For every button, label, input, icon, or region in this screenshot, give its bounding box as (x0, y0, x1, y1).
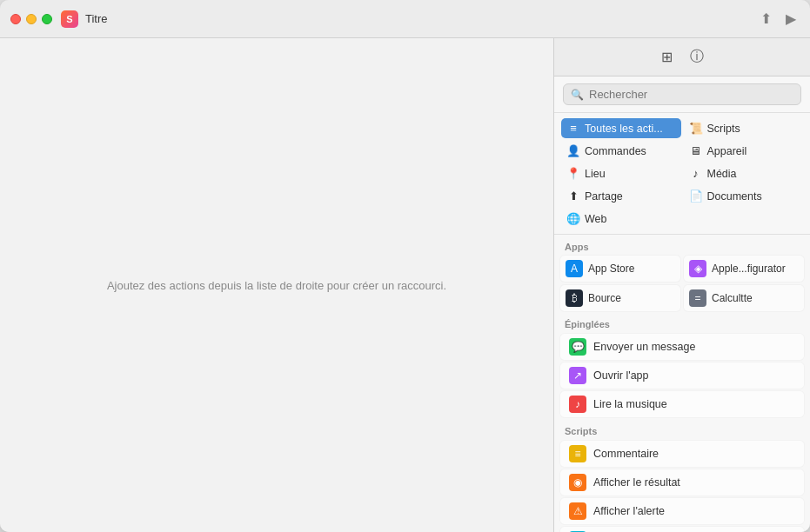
list-item[interactable]: = Calcultte (683, 284, 805, 312)
share-icon[interactable]: ⬆ (760, 10, 772, 27)
category-label: Web (585, 213, 606, 225)
list-item[interactable]: ♪ Lire la musique (559, 390, 805, 418)
commandes-icon: 👤 (566, 144, 580, 157)
main-window: S Titre ⬆ ▶ Ajoutez des actions depuis l… (0, 0, 810, 532)
category-label: Média (707, 168, 737, 180)
category-all[interactable]: ≡ Toutes les acti... (561, 118, 681, 138)
apple-configurator-icon: ◈ (689, 260, 706, 277)
item-label: Envoyer un message (593, 341, 695, 353)
main-content: Ajoutez des actions depuis la liste de d… (0, 38, 810, 532)
category-media[interactable]: ♪ Média (684, 163, 804, 183)
web-icon: 🌐 (566, 212, 580, 225)
commentaire-icon: ≡ (569, 445, 586, 462)
category-lieu[interactable]: 📍 Lieu (561, 163, 681, 183)
app-store-icon: A (566, 260, 583, 277)
left-panel: Ajoutez des actions depuis la liste de d… (0, 38, 553, 532)
list-item[interactable]: ↗ Ouvrir l'app (559, 362, 805, 389)
category-label: Toutes les acti... (585, 123, 663, 135)
item-label: Apple...figurator (712, 263, 786, 275)
placeholder-text: Ajoutez des actions depuis la liste de d… (107, 279, 446, 292)
documents-icon: 📄 (689, 190, 703, 203)
item-label: Commentaire (593, 448, 659, 460)
media-icon: ♪ (689, 167, 703, 180)
titlebar: S Titre ⬆ ▶ (0, 0, 810, 38)
category-label: Commandes (585, 145, 646, 157)
search-input[interactable] (589, 88, 793, 101)
music-icon: ♪ (569, 396, 586, 413)
list-item[interactable]: ? Demander une entrée (559, 526, 805, 532)
category-label: Documents (707, 190, 762, 203)
category-label: Lieu (585, 168, 606, 180)
item-label: App Store (588, 263, 634, 275)
category-partage[interactable]: ⬆ Partage (561, 186, 681, 206)
item-label: Bource (588, 292, 621, 304)
titlebar-actions: ⬆ ▶ (760, 10, 796, 27)
search-bar: 🔍 (563, 83, 801, 105)
scripts-icon: 📜 (689, 122, 703, 135)
list-item[interactable]: 💬 Envoyer un message (559, 333, 805, 361)
list-item[interactable]: ₿ Bource (559, 284, 681, 312)
window-title: Titre (85, 12, 108, 25)
lieu-icon: 📍 (566, 167, 580, 180)
afficher-alerte-icon: ⚠ (569, 502, 586, 520)
item-label: Ouvrir l'app (593, 369, 649, 382)
appareil-icon: 🖥 (689, 144, 703, 157)
item-label: Calcultte (712, 292, 753, 304)
list-item[interactable]: ◈ Apple...figurator (683, 255, 805, 283)
list-item[interactable]: ⚠ Afficher l'alerte (559, 497, 805, 525)
category-scripts[interactable]: 📜 Scripts (684, 118, 804, 138)
category-appareil[interactable]: 🖥 Appareil (684, 141, 804, 161)
info-icon[interactable]: ⓘ (690, 48, 704, 66)
traffic-lights (10, 14, 52, 24)
category-commandes[interactable]: 👤 Commandes (561, 141, 681, 161)
item-label: Afficher l'alerte (593, 505, 665, 517)
item-label: Lire la musique (593, 398, 667, 410)
category-label: Appareil (707, 145, 747, 157)
minimize-button[interactable] (26, 14, 37, 24)
section-scripts-header: Scripts (554, 419, 810, 439)
bource-icon: ₿ (566, 289, 583, 307)
calculette-icon: = (689, 289, 706, 307)
right-panel: ⊞ ⓘ 🔍 ≡ Toutes les acti... 📜 Scripts (553, 38, 810, 532)
category-documents[interactable]: 📄 Documents (684, 186, 804, 206)
afficher-resultat-icon: ◉ (569, 474, 586, 491)
app-icon: S (61, 10, 78, 28)
list-item[interactable]: ≡ Commentaire (559, 440, 805, 468)
list-item[interactable]: A App Store (559, 255, 681, 283)
right-toolbar: ⊞ ⓘ (554, 38, 810, 76)
close-button[interactable] (10, 14, 21, 24)
partage-icon: ⬆ (566, 190, 580, 203)
category-label: Partage (585, 190, 623, 203)
category-label: Scripts (707, 123, 740, 135)
category-web[interactable]: 🌐 Web (561, 209, 681, 229)
maximize-button[interactable] (42, 14, 52, 24)
section-apps-header: Apps (554, 235, 810, 255)
category-grid: ≡ Toutes les acti... 📜 Scripts 👤 Command… (554, 113, 810, 235)
apps-grid: A App Store ◈ Apple...figurator ₿ Bource… (554, 255, 810, 312)
open-app-icon: ↗ (569, 367, 586, 384)
list-area[interactable]: Apps A App Store ◈ Apple...figurator ₿ B… (554, 235, 810, 532)
play-icon[interactable]: ▶ (786, 10, 796, 27)
list-item[interactable]: ◉ Afficher le résultat (559, 469, 805, 496)
search-container: 🔍 (554, 76, 810, 113)
add-shortcut-icon[interactable]: ⊞ (661, 49, 673, 65)
list-icon: ≡ (566, 122, 580, 135)
section-epinglees-header: Épinglées (554, 312, 810, 332)
item-label: Afficher le résultat (593, 476, 680, 489)
message-icon: 💬 (569, 338, 586, 356)
search-icon: 🔍 (571, 89, 584, 101)
